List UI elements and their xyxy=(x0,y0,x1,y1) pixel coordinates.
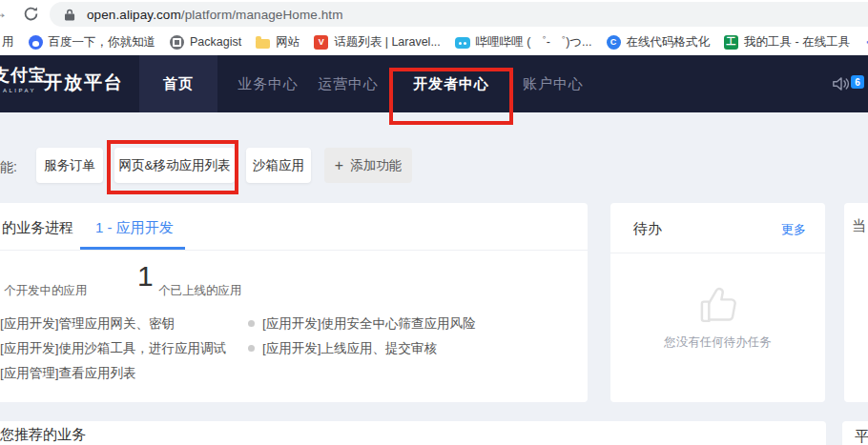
todo-card-title: 待办 xyxy=(633,220,662,238)
todo-card: 待办 更多 您没有任何待办任务 xyxy=(610,203,825,402)
todo-card-header: 待办 更多 xyxy=(610,203,825,253)
progress-card-title-fragment: 的业务进程 xyxy=(2,219,73,237)
thumbs-up-icon xyxy=(692,279,744,334)
code-brackets-icon xyxy=(864,35,868,50)
business-progress-card: 的业务进程 1 - 应用开发 2 个开发中的应用 1 个已上线的应用 [应用开发… xyxy=(0,203,588,402)
add-feature-button[interactable]: + 添加功能 xyxy=(324,148,412,183)
plus-icon: + xyxy=(335,157,343,174)
task-item: [应用开发]管理应用网关、密钥 xyxy=(0,315,175,333)
alipay-logo: 支付宝 ALIPAY xyxy=(0,66,47,93)
bookmark-baidu[interactable]: 百度一下，你就知道 xyxy=(29,34,156,51)
quick-actions-label-fragment: 能: xyxy=(0,159,17,176)
tools-icon xyxy=(724,35,738,50)
bookmark-packagist[interactable]: Packagist xyxy=(170,35,241,50)
tab-app-development[interactable]: 1 - 应用开发 xyxy=(95,219,174,237)
url-path: /platform/manageHome.htm xyxy=(181,8,343,22)
task-item: [应用开发]使用安全中心筛查应用风险 xyxy=(248,315,476,333)
bookmarks-bar: 用 百度一下，你就知道 Packagist 网站 话题列表 | Laravel.… xyxy=(0,29,868,55)
annotation-box-developer-center xyxy=(389,68,513,125)
annotation-box-web-mobile-app-list xyxy=(107,140,238,194)
laravel-community-icon xyxy=(314,35,328,50)
task-item: [应用开发]使用沙箱工具，进行应用调试 xyxy=(0,340,226,357)
nav-item-account-center[interactable]: 账户中心 xyxy=(509,55,597,112)
stat-online-count: 1 xyxy=(137,260,154,293)
task-item: [应用管理]查看应用列表 xyxy=(0,365,136,382)
active-tab-underline xyxy=(80,247,185,250)
bottom-right-title-fragment: 平 xyxy=(855,428,868,445)
bookmark-bilibili[interactable]: 哔哩哔哩 ( ゜- ゜)つ... xyxy=(455,34,592,51)
browser-toolbar: → open.alipay.com/platform/manageHome.ht… xyxy=(0,0,868,29)
bilibili-icon xyxy=(455,37,470,49)
sandbox-app-button[interactable]: 沙箱应用 xyxy=(246,148,311,183)
bookmark-folder-website[interactable]: 网站 xyxy=(256,34,300,51)
recommended-business-title-fragment: 您推荐的业务 xyxy=(0,426,86,444)
bottom-right-edge-card: 平 xyxy=(842,421,868,445)
service-orders-button[interactable]: 服务订单 xyxy=(36,148,103,183)
recommended-business-card: 您推荐的业务 xyxy=(0,421,826,445)
bookmark-laravel-topics[interactable]: 话题列表 | Laravel... xyxy=(314,34,441,51)
right-edge-card: 当 xyxy=(844,203,868,402)
bookmark-code-cut[interactable]: 在 xyxy=(864,34,868,51)
todo-empty-text: 您没有任何待办任务 xyxy=(610,334,825,351)
url-host: open.alipay.com xyxy=(87,8,181,22)
code-formatter-icon xyxy=(607,35,621,50)
stat-online-label: 个已上线的应用 xyxy=(158,283,242,299)
packagist-icon xyxy=(170,35,184,50)
browser-chrome: → open.alipay.com/platform/manageHome.ht… xyxy=(0,0,868,55)
url-text: open.alipay.com/platform/manageHome.htm xyxy=(87,8,343,22)
progress-card-header: 的业务进程 1 - 应用开发 xyxy=(0,203,588,251)
address-bar[interactable]: open.alipay.com/platform/manageHome.htm xyxy=(50,2,868,27)
nav-item-home[interactable]: 首页 xyxy=(139,55,217,112)
lock-icon xyxy=(65,9,75,21)
right-card-title-fragment: 当 xyxy=(852,217,866,235)
todo-more-link[interactable]: 更多 xyxy=(781,221,806,238)
bookmark-code-formatter[interactable]: 在线代码格式化 xyxy=(607,34,711,51)
forward-arrow-icon[interactable]: → xyxy=(0,3,8,23)
bookmark-my-tools[interactable]: 我的工具 - 在线工具 xyxy=(724,34,850,51)
bookmark-cut-fragment[interactable]: 用 xyxy=(2,34,14,51)
baidu-icon xyxy=(29,35,43,50)
notification-badge[interactable]: 6 xyxy=(851,75,864,89)
nav-item-operation-center[interactable]: 运营中心 xyxy=(307,55,389,112)
folder-icon xyxy=(256,39,270,49)
stat-developing-label: 个开发中的应用 xyxy=(4,283,88,299)
platform-brand: 开放平台 xyxy=(44,71,124,95)
bullet-icon xyxy=(248,345,255,352)
reload-icon[interactable] xyxy=(23,6,39,26)
announcement-speaker-icon[interactable] xyxy=(832,75,851,96)
task-item: [应用开发]上线应用、提交审核 xyxy=(248,340,437,357)
bullet-icon xyxy=(248,320,255,327)
nav-item-business-center[interactable]: 业务中心 xyxy=(227,55,309,112)
screen: → open.alipay.com/platform/manageHome.ht… xyxy=(0,0,868,445)
